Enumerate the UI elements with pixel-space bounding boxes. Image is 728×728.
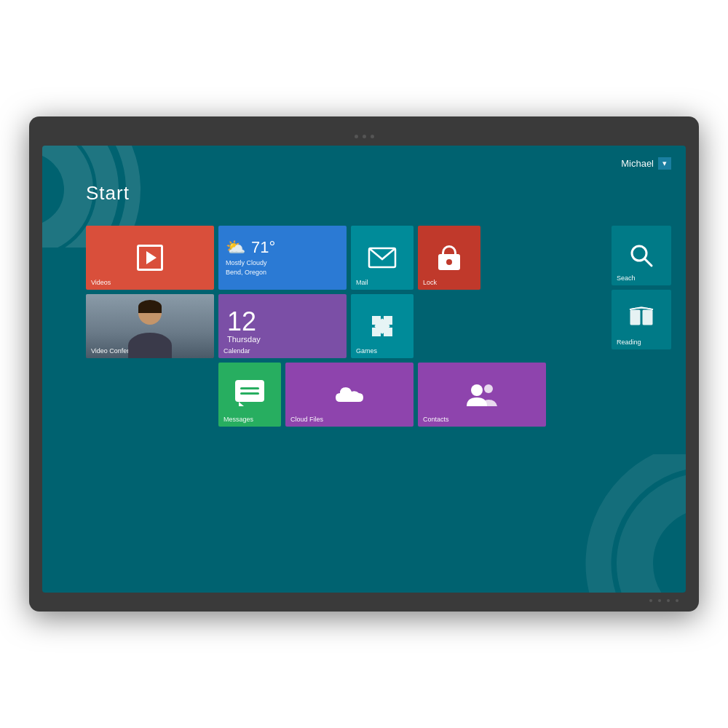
- lock-tile[interactable]: Lock: [418, 226, 480, 290]
- svg-point-3: [635, 491, 686, 593]
- right-tiles: Seach Reading: [612, 226, 671, 349]
- svg-rect-12: [642, 309, 653, 325]
- person-shoulders: [128, 333, 172, 358]
- monitor: Michael ▾ Start Videos ⛅: [29, 116, 699, 612]
- svg-rect-10: [630, 309, 641, 325]
- indicator-dot-3: [667, 599, 670, 602]
- lock-body: [438, 254, 460, 270]
- msg-line-1: [240, 387, 259, 389]
- videos-tile[interactable]: Videos: [86, 226, 214, 290]
- start-label: Start: [86, 182, 130, 205]
- cloud-files-tile[interactable]: Cloud Files: [285, 363, 414, 427]
- user-menu-button[interactable]: ▾: [658, 157, 671, 170]
- videos-label: Videos: [91, 279, 111, 286]
- message-icon-body: [235, 380, 264, 402]
- calendar-date: 12: [227, 309, 256, 335]
- lock-label: Lock: [423, 279, 437, 286]
- msg-line-2: [240, 392, 259, 395]
- lock-icon: [438, 245, 460, 270]
- reading-label: Reading: [617, 339, 641, 346]
- games-tile[interactable]: Games: [351, 294, 414, 358]
- tile-row-1: Videos ⛅ 71° Mostly CloudyBend, Oregon: [86, 226, 546, 290]
- search-label: Seach: [617, 274, 636, 282]
- cloud-icon: [331, 381, 368, 408]
- video-conference-tile[interactable]: Video Conference: [86, 294, 214, 358]
- mail-icon: [368, 247, 397, 269]
- tiles-container: Videos ⛅ 71° Mostly CloudyBend, Oregon: [86, 226, 546, 427]
- search-icon: [628, 242, 654, 269]
- reading-tile[interactable]: Reading: [612, 290, 671, 349]
- tile-row-2: Video Conference 12 Thursday Calendar: [86, 294, 546, 358]
- weather-description: Mostly CloudyBend, Oregon: [226, 258, 267, 277]
- contacts-tile[interactable]: Contacts: [418, 363, 546, 427]
- camera-dot-3: [371, 135, 374, 138]
- contacts-label: Contacts: [423, 416, 449, 423]
- bg-decoration-br: [547, 454, 686, 593]
- svg-point-7: [484, 384, 493, 393]
- svg-line-9: [645, 259, 652, 266]
- camera-dot-2: [363, 135, 366, 138]
- weather-tile[interactable]: ⛅ 71° Mostly CloudyBend, Oregon: [218, 226, 347, 290]
- cloud-files-label: Cloud Files: [290, 416, 323, 423]
- messages-label: Messages: [223, 416, 253, 423]
- indicator-dot-1: [649, 599, 652, 602]
- weather-top: ⛅ 71°: [226, 238, 275, 257]
- play-icon: [137, 245, 163, 271]
- puzzle-icon: [366, 310, 398, 342]
- svg-point-0: [42, 146, 79, 240]
- user-avatar-icon: ▾: [662, 159, 667, 168]
- weather-content: ⛅ 71° Mostly CloudyBend, Oregon: [218, 226, 347, 290]
- calendar-tile[interactable]: 12 Thursday Calendar: [218, 294, 347, 358]
- user-name: Michael: [621, 158, 654, 169]
- mail-tile[interactable]: Mail: [351, 226, 414, 290]
- messages-tile[interactable]: Messages: [218, 363, 281, 427]
- mail-label: Mail: [356, 279, 368, 286]
- calendar-label: Calendar: [223, 347, 250, 355]
- screen: Michael ▾ Start Videos ⛅: [42, 146, 686, 593]
- games-label: Games: [356, 347, 377, 355]
- message-bubble: [235, 380, 264, 402]
- svg-point-6: [471, 384, 483, 396]
- lock-shackle: [442, 245, 456, 254]
- user-bar: Michael ▾: [621, 157, 671, 170]
- contacts-icon: [464, 380, 500, 409]
- monitor-bottom-bar: [42, 593, 686, 609]
- lock-hole: [446, 259, 452, 265]
- reading-icon: [627, 306, 656, 333]
- search-tile[interactable]: Seach: [612, 226, 671, 285]
- weather-icon: ⛅: [226, 238, 245, 257]
- monitor-top-bar: [42, 130, 686, 143]
- calendar-day: Thursday: [227, 335, 261, 344]
- weather-temp: 71°: [251, 238, 275, 257]
- indicator-dot-4: [676, 599, 678, 602]
- indicator-dot-2: [658, 599, 661, 602]
- person-hair: [138, 300, 162, 313]
- message-tail: [239, 402, 244, 406]
- camera-dot: [355, 135, 358, 138]
- tile-row-3: Messages Cloud Files: [86, 363, 546, 427]
